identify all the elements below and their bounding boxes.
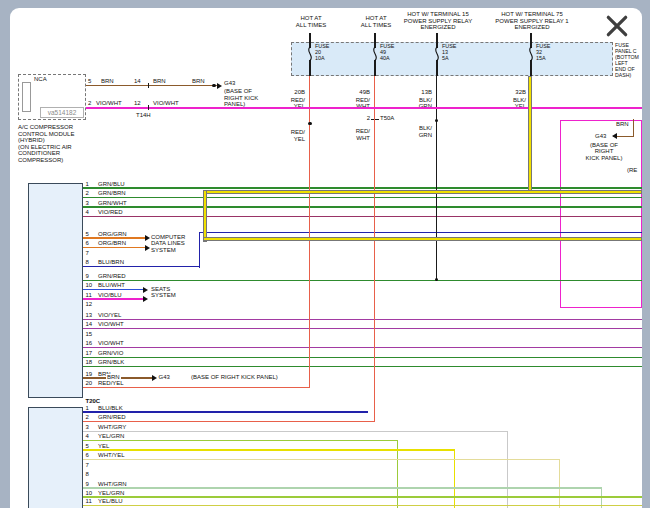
pin-number: 5	[86, 231, 89, 238]
pin-number: 18	[86, 359, 93, 366]
pin-wire-label: ORG/BRN	[98, 240, 126, 247]
junction-dot	[435, 119, 438, 122]
wire-segment	[83, 431, 508, 432]
fuse-panel-location-label: FUSE PANEL C (BOTTOM LEFT END OF DASH)	[615, 42, 650, 78]
wire-color-label: BRN	[616, 121, 629, 128]
pin-wire-label: VIO/BLU	[98, 292, 122, 299]
wire-segment	[83, 440, 398, 441]
inline-connector-tick	[148, 83, 149, 88]
fuse-label: FUSE 20 10A	[315, 44, 339, 62]
wire-segment	[83, 357, 642, 358]
pin-number: 15	[86, 331, 93, 338]
pin-number: 2	[86, 190, 89, 197]
power-source-label: HOT W/ TERMINAL 75 POWER SUPPLY RELAY 1 …	[489, 11, 575, 31]
inline-connector-label: T50A	[380, 115, 394, 122]
wire-color-label: RED/ WHT	[343, 128, 370, 141]
pin-wire-label: VIO/WHT	[98, 340, 124, 347]
wire-segment	[83, 319, 642, 320]
pin-number: 11	[86, 498, 92, 505]
wire-segment	[559, 459, 560, 508]
fuse-symbol	[432, 47, 442, 61]
connector2-box[interactable]	[28, 407, 83, 508]
pin-wire-label: BLU/WHT	[98, 282, 125, 289]
pin-number: 10	[86, 490, 93, 497]
pin-number: 14	[86, 321, 93, 328]
pin-number: 16	[86, 340, 93, 347]
pin-number: 13	[86, 312, 93, 319]
wire-segment	[374, 76, 375, 422]
pin-number: 1	[86, 405, 89, 412]
wire-segment	[83, 449, 455, 450]
fuse-lead-wire	[374, 33, 375, 48]
fuse-lead-wire	[436, 60, 437, 76]
ground-location: (BASE OF RIGHT KICK PANEL)	[191, 374, 278, 381]
pin-wire-label: VIO/WHT	[98, 321, 124, 328]
pin-number: 12	[86, 301, 93, 308]
pin-wire-label: GRN/WHT	[98, 200, 127, 207]
wire-segment-thick	[203, 190, 207, 242]
fuse-tap-label: 49B	[343, 89, 370, 96]
fuse-tap-label: 13B	[405, 89, 432, 96]
close-button[interactable]	[604, 13, 630, 39]
connector1-box[interactable]	[28, 183, 83, 398]
fuse-lead-wire	[436, 33, 437, 48]
fuse-tap-label: 20B	[278, 89, 305, 96]
partial-label: (RE	[627, 167, 637, 174]
branch-label: SEATS SYSTEM	[151, 286, 176, 299]
wire-segment	[83, 347, 642, 348]
wire-segment	[83, 387, 310, 388]
wire-segment	[83, 237, 145, 238]
pin-number: 8	[86, 471, 89, 478]
pin-wire-label: VIO/YEL	[98, 312, 121, 319]
pin-number: 5	[86, 443, 89, 450]
pin-number: 6	[86, 240, 89, 247]
wire-color-label: BRN	[153, 78, 166, 85]
wire-color-label: BLK/ GRN	[405, 125, 432, 138]
wire-segment	[86, 85, 217, 86]
pin-wire-label: VIO/RED	[98, 209, 123, 216]
wire-segment-thick	[203, 237, 642, 241]
wire-segment	[83, 216, 642, 217]
pin-number: 1	[86, 181, 89, 188]
wire-segment	[83, 328, 642, 329]
pin-wire-label: GRN/RED	[98, 414, 126, 421]
inline-pin-number: 14	[134, 78, 141, 85]
pin-number: 7	[86, 462, 89, 469]
pin-number: 20	[86, 380, 93, 387]
wire-segment	[83, 247, 145, 248]
wire-segment	[86, 107, 642, 108]
pin-number: 7	[86, 250, 89, 257]
inline-pin-number: 12	[134, 100, 141, 107]
pin-wire-label: GRN/BRN	[98, 190, 126, 197]
pin-number: 17	[86, 350, 93, 357]
pin-number: 3	[86, 200, 89, 207]
fuse-tap-label: 32B	[499, 89, 526, 96]
screenshot-frame: va514182 HOT AT ALL TIMESHOT AT ALL TIME…	[0, 0, 650, 508]
fuse-symbol	[526, 47, 536, 61]
module-pin-number: 2	[88, 100, 91, 107]
branch-label: COMPUTER DATA LINES SYSTEM	[151, 234, 185, 254]
ground-label: G43	[224, 80, 235, 87]
fuse-label: FUSE 49 40A	[380, 44, 404, 62]
fuse-symbol	[370, 47, 380, 61]
fuse-lead-wire	[530, 33, 531, 48]
inline-connector-tick	[148, 105, 149, 110]
pin-wire-label: YEL/GRN	[98, 490, 124, 497]
pin-number: 19	[86, 371, 93, 378]
pin-wire-label: RED/YEL	[98, 380, 124, 387]
wire-color-label: BRN	[106, 374, 121, 381]
pin-number: 2	[86, 414, 89, 421]
pin-number: 3	[86, 424, 89, 431]
pin-wire-label: WHT/GRY	[98, 424, 126, 431]
wire-color-label: VIO/WHT	[153, 100, 179, 107]
wire-segment	[83, 487, 602, 488]
ground-label: G43	[595, 133, 606, 140]
wire-segment	[83, 206, 642, 207]
fuse-lead-wire	[309, 33, 310, 48]
wire-segment	[83, 505, 642, 506]
pin-wire-label: BLU/BLK	[98, 405, 123, 412]
fuse-lead-wire	[530, 60, 531, 76]
wire-segment-thick	[528, 76, 532, 192]
fuse-symbol	[305, 47, 315, 61]
pin-wire-label: WHT/YEL	[98, 452, 125, 459]
